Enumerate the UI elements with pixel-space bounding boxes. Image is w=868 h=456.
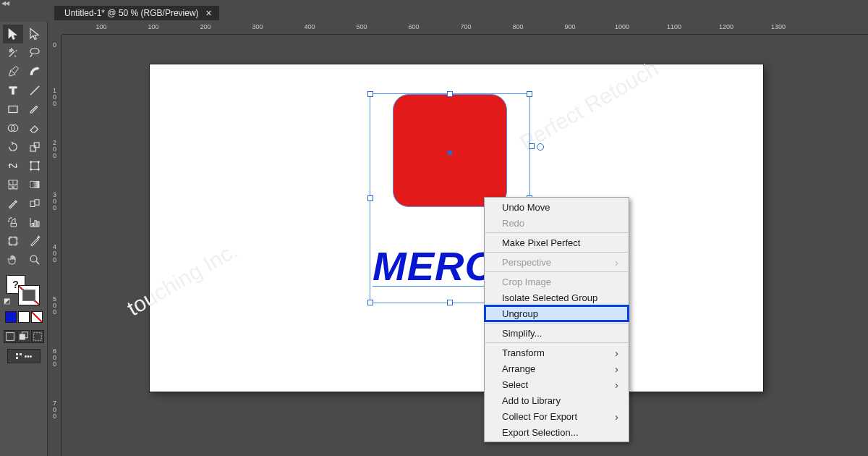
color-swatch-1[interactable] bbox=[5, 311, 17, 323]
color-swatch-2[interactable] bbox=[18, 311, 30, 323]
magic-wand-tool[interactable] bbox=[3, 43, 23, 62]
context-menu-item-undo-move[interactable]: Undo Move bbox=[485, 199, 629, 215]
svg-rect-4 bbox=[34, 143, 39, 148]
ruler-h-tick: 1300 bbox=[771, 23, 786, 30]
free-transform-tool[interactable] bbox=[25, 156, 45, 175]
line-tool[interactable] bbox=[25, 81, 45, 100]
svg-rect-16 bbox=[9, 237, 17, 245]
document-tab[interactable]: Untitled-1* @ 50 % (RGB/Preview) × bbox=[54, 6, 219, 20]
paintbrush-tool[interactable] bbox=[25, 100, 45, 119]
panel-collapse-icon[interactable]: ◀◀ bbox=[0, 0, 10, 7]
edit-toolbar-dots: ••• bbox=[25, 352, 33, 360]
rectangle-tool[interactable] bbox=[3, 100, 23, 119]
type-tool[interactable] bbox=[3, 81, 23, 100]
default-fill-stroke-icon[interactable]: ◩ bbox=[4, 297, 10, 305]
context-menu-item-arrange[interactable]: Arrange bbox=[485, 360, 629, 376]
handle-bottom-middle[interactable] bbox=[447, 300, 453, 305]
context-menu-separator bbox=[485, 271, 628, 272]
context-menu-item-collect-for-export[interactable]: Collect For Export bbox=[485, 408, 629, 424]
ruler-h-tick: 1200 bbox=[719, 23, 733, 30]
pen-tool[interactable] bbox=[3, 62, 23, 81]
live-corner-widget-square[interactable] bbox=[529, 143, 535, 149]
context-menu-item-label: Redo bbox=[502, 218, 524, 229]
ruler-h-tick: 1100 bbox=[667, 23, 681, 30]
document-tab-title: Untitled-1* @ 50 % (RGB/Preview) bbox=[64, 8, 199, 18]
direct-selection-tool[interactable] bbox=[25, 25, 45, 43]
selection-tool[interactable] bbox=[3, 25, 23, 43]
rotate-tool[interactable] bbox=[3, 138, 23, 156]
context-menu-item-label: Perspective bbox=[502, 257, 551, 268]
ruler-v-tick: 400 bbox=[48, 244, 61, 263]
context-menu-item-add-to-library[interactable]: Add to Library bbox=[485, 392, 629, 408]
context-menu-item-ungroup[interactable]: Ungroup bbox=[485, 305, 629, 321]
zoom-tool[interactable] bbox=[25, 250, 45, 269]
draw-behind-icon[interactable] bbox=[17, 330, 30, 343]
context-menu-item-simplify[interactable]: Simplify... bbox=[485, 325, 629, 341]
svg-rect-22 bbox=[16, 353, 18, 355]
hand-tool[interactable] bbox=[3, 250, 23, 269]
ruler-v-tick: 100 bbox=[48, 88, 61, 107]
edit-toolbar-button[interactable]: ••• bbox=[7, 349, 41, 363]
draw-mode-row bbox=[4, 330, 44, 343]
context-menu-separator bbox=[485, 252, 628, 253]
context-menu-item-transform[interactable]: Transform bbox=[485, 345, 629, 360]
canvas-area[interactable]: Perfect Retouch touching Inc. MERC bbox=[62, 35, 868, 456]
ruler-vertical[interactable]: 0100200300400500600700 bbox=[48, 35, 62, 456]
fill-stroke-indicator[interactable]: ? ◩ bbox=[4, 274, 44, 310]
context-menu-item-label: Undo Move bbox=[502, 202, 550, 213]
context-menu: Undo MoveRedoMake Pixel PerfectPerspecti… bbox=[484, 197, 629, 442]
shape-builder-tool[interactable] bbox=[3, 119, 23, 138]
handle-middle-left[interactable] bbox=[367, 195, 373, 201]
context-menu-item-make-pixel-perfect[interactable]: Make Pixel Perfect bbox=[485, 235, 629, 250]
selection-center-point[interactable] bbox=[448, 151, 452, 155]
svg-point-13 bbox=[9, 219, 10, 220]
svg-rect-10 bbox=[30, 182, 39, 188]
blend-tool[interactable] bbox=[25, 194, 45, 213]
eyedropper-tool[interactable] bbox=[3, 194, 23, 213]
svg-rect-3 bbox=[30, 146, 36, 152]
gradient-mesh-tool[interactable] bbox=[3, 175, 23, 194]
tools-panel: ? ◩ ••• bbox=[0, 22, 48, 456]
color-swatch-none[interactable] bbox=[31, 311, 43, 323]
scale-tool[interactable] bbox=[25, 138, 45, 156]
ruler-h-tick: 700 bbox=[460, 23, 471, 30]
svg-rect-24 bbox=[16, 357, 18, 359]
context-menu-item-select[interactable]: Select bbox=[485, 376, 629, 392]
handle-top-middle[interactable] bbox=[447, 91, 453, 97]
context-menu-item-export-selection[interactable]: Export Selection... bbox=[485, 424, 629, 440]
ruler-v-tick: 500 bbox=[48, 296, 61, 316]
ruler-h-tick: 1000 bbox=[615, 23, 629, 30]
ruler-v-tick: 600 bbox=[48, 348, 61, 368]
close-tab-icon[interactable]: × bbox=[206, 8, 212, 18]
slice-tool[interactable] bbox=[25, 232, 45, 250]
ruler-v-tick: 300 bbox=[48, 192, 61, 211]
draw-normal-icon[interactable] bbox=[4, 330, 17, 343]
svg-point-6 bbox=[30, 161, 31, 163]
context-menu-separator bbox=[485, 232, 628, 233]
width-tool[interactable] bbox=[3, 156, 23, 175]
live-corner-widget-circle[interactable] bbox=[537, 143, 544, 151]
lasso-tool[interactable] bbox=[25, 43, 45, 62]
document-tabs: Untitled-1* @ 50 % (RGB/Preview) × bbox=[54, 6, 219, 20]
ruler-horizontal[interactable]: 1001002003004005006007008009001000110012… bbox=[62, 22, 868, 35]
context-menu-item-label: Make Pixel Perfect bbox=[502, 237, 580, 248]
handle-top-right[interactable] bbox=[527, 91, 532, 97]
graph-tool[interactable] bbox=[25, 213, 45, 232]
symbol-sprayer-tool[interactable] bbox=[3, 213, 23, 232]
svg-rect-5 bbox=[30, 162, 38, 170]
ruler-h-tick: 600 bbox=[408, 23, 419, 30]
ruler-h-tick: 200 bbox=[200, 23, 210, 30]
handle-bottom-left[interactable] bbox=[367, 300, 373, 305]
context-menu-item-label: Simplify... bbox=[502, 328, 542, 339]
gradient-tool[interactable] bbox=[25, 175, 45, 194]
handle-top-left[interactable] bbox=[367, 91, 373, 97]
context-menu-item-redo: Redo bbox=[485, 215, 629, 231]
ruler-v-tick: 700 bbox=[48, 400, 61, 420]
eraser-tool[interactable] bbox=[25, 119, 45, 138]
context-menu-item-isolate-selected-group[interactable]: Isolate Selected Group bbox=[485, 290, 629, 305]
draw-inside-icon[interactable] bbox=[31, 330, 44, 343]
artboard-tool[interactable] bbox=[3, 232, 23, 250]
stroke-swatch[interactable] bbox=[18, 285, 40, 305]
svg-point-17 bbox=[30, 256, 37, 262]
curvature-tool[interactable] bbox=[25, 62, 45, 81]
